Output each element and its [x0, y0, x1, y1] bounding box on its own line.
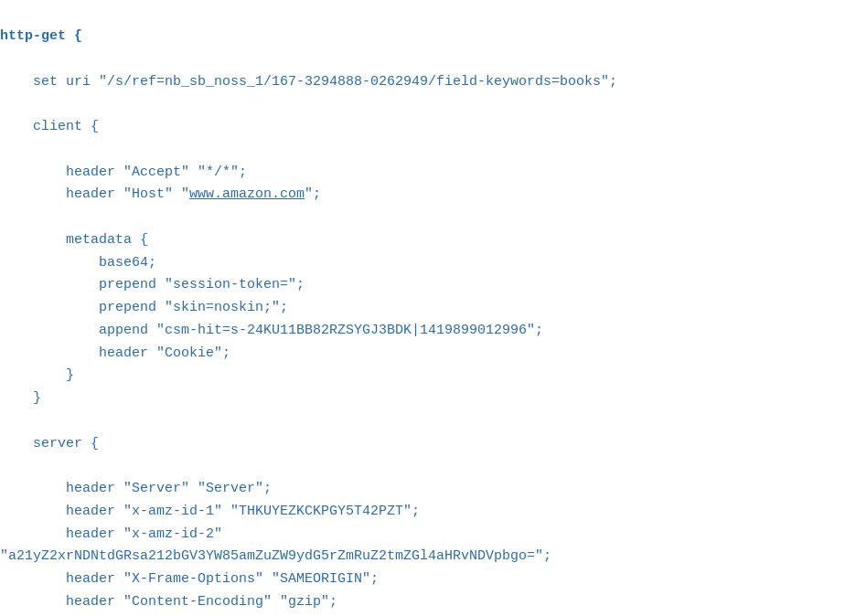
code-block: http-get { set uri "/s/ref=nb_sb_noss_1/… [0, 15, 845, 616]
code-content: http-get { set uri "/s/ref=nb_sb_noss_1/… [0, 18, 845, 616]
amazon-link[interactable]: www.amazon.com [189, 186, 305, 202]
